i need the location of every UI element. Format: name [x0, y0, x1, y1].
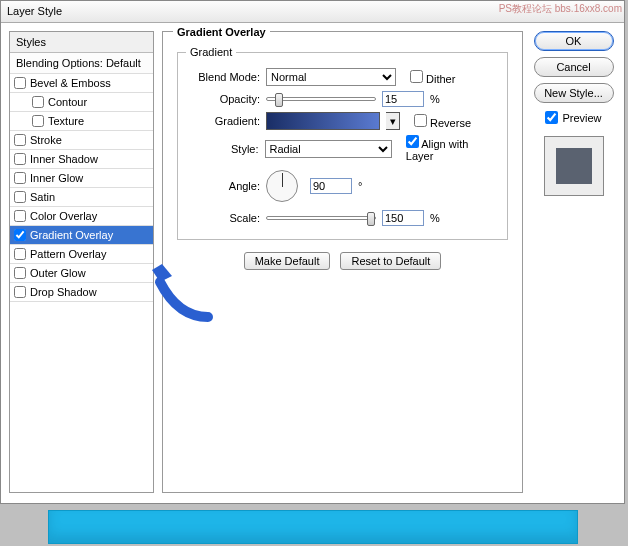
style-item-outer-glow[interactable]: Outer Glow: [10, 264, 153, 283]
scale-label: Scale:: [188, 212, 260, 224]
reverse-check[interactable]: Reverse: [414, 114, 471, 129]
style-checkbox[interactable]: [14, 286, 26, 298]
angle-dial[interactable]: [266, 170, 298, 202]
styles-header[interactable]: Styles: [10, 32, 153, 53]
style-checkbox[interactable]: [14, 267, 26, 279]
new-style-button[interactable]: New Style...: [534, 83, 614, 103]
canvas-shape: [48, 510, 578, 544]
style-checkbox[interactable]: [32, 96, 44, 108]
style-checkbox[interactable]: [14, 153, 26, 165]
style-item-stroke[interactable]: Stroke: [10, 131, 153, 150]
style-item-color-overlay[interactable]: Color Overlay: [10, 207, 153, 226]
chevron-down-icon: ▾: [390, 115, 396, 128]
fieldset-legend: Gradient: [186, 46, 236, 58]
style-item-inner-glow[interactable]: Inner Glow: [10, 169, 153, 188]
style-checkbox[interactable]: [14, 210, 26, 222]
style-item-contour[interactable]: Contour: [10, 93, 153, 112]
gradient-label: Gradient:: [188, 115, 260, 127]
style-label: Gradient Overlay: [30, 229, 113, 241]
angle-unit: °: [358, 180, 362, 192]
scale-input[interactable]: [382, 210, 424, 226]
make-default-button[interactable]: Make Default: [244, 252, 331, 270]
layer-style-dialog: Layer Style PS教程论坛 bbs.16xx8.com Styles …: [0, 0, 625, 504]
style-item-inner-shadow[interactable]: Inner Shadow: [10, 150, 153, 169]
settings-panel: Gradient Overlay Gradient Blend Mode: No…: [162, 31, 523, 493]
right-button-panel: OK Cancel New Style... Preview: [531, 31, 616, 493]
style-label: Satin: [30, 191, 55, 203]
style-checkbox[interactable]: [14, 229, 26, 241]
style-label: Bevel & Emboss: [30, 77, 111, 89]
style-item-gradient-overlay[interactable]: Gradient Overlay: [10, 226, 153, 245]
ok-button[interactable]: OK: [534, 31, 614, 51]
gradient-preview[interactable]: [266, 112, 380, 130]
preview-check[interactable]: Preview: [545, 111, 601, 124]
opacity-input[interactable]: [382, 91, 424, 107]
style-label: Pattern Overlay: [30, 248, 106, 260]
style-item-texture[interactable]: Texture: [10, 112, 153, 131]
style-label: Outer Glow: [30, 267, 86, 279]
blending-options-item[interactable]: Blending Options: Default: [10, 53, 153, 74]
style-label: Texture: [48, 115, 84, 127]
gradient-dropdown[interactable]: ▾: [386, 112, 400, 130]
style-label: Style:: [188, 143, 259, 155]
panel-title: Gradient Overlay: [173, 26, 270, 38]
style-checkbox[interactable]: [14, 134, 26, 146]
opacity-slider[interactable]: [266, 97, 376, 101]
dither-check[interactable]: Dither: [410, 70, 455, 85]
style-label: Stroke: [30, 134, 62, 146]
opacity-unit: %: [430, 93, 440, 105]
gradient-fieldset: Gradient Blend Mode: Normal Dither Opaci…: [177, 52, 508, 240]
style-checkbox[interactable]: [14, 172, 26, 184]
cancel-button[interactable]: Cancel: [534, 57, 614, 77]
align-check[interactable]: Align with Layer: [406, 135, 497, 162]
style-label: Color Overlay: [30, 210, 97, 222]
watermark: PS教程论坛 bbs.16xx8.com: [499, 2, 622, 16]
style-label: Contour: [48, 96, 87, 108]
blend-mode-label: Blend Mode:: [188, 71, 260, 83]
style-item-pattern-overlay[interactable]: Pattern Overlay: [10, 245, 153, 264]
scale-unit: %: [430, 212, 440, 224]
style-checkbox[interactable]: [14, 77, 26, 89]
style-label: Inner Shadow: [30, 153, 98, 165]
style-item-bevel-emboss[interactable]: Bevel & Emboss: [10, 74, 153, 93]
style-checkbox[interactable]: [14, 248, 26, 260]
style-label: Inner Glow: [30, 172, 83, 184]
style-label: Drop Shadow: [30, 286, 97, 298]
angle-input[interactable]: [310, 178, 352, 194]
window-title: Layer Style: [7, 5, 62, 17]
style-item-satin[interactable]: Satin: [10, 188, 153, 207]
blend-mode-select[interactable]: Normal: [266, 68, 396, 86]
opacity-label: Opacity:: [188, 93, 260, 105]
styles-list: Styles Blending Options: Default Bevel &…: [9, 31, 154, 493]
angle-label: Angle:: [188, 180, 260, 192]
scale-slider[interactable]: [266, 216, 376, 220]
preview-swatch: [544, 136, 604, 196]
style-checkbox[interactable]: [14, 191, 26, 203]
style-item-drop-shadow[interactable]: Drop Shadow: [10, 283, 153, 302]
reset-default-button[interactable]: Reset to Default: [340, 252, 441, 270]
style-select[interactable]: Radial: [265, 140, 392, 158]
style-checkbox[interactable]: [32, 115, 44, 127]
